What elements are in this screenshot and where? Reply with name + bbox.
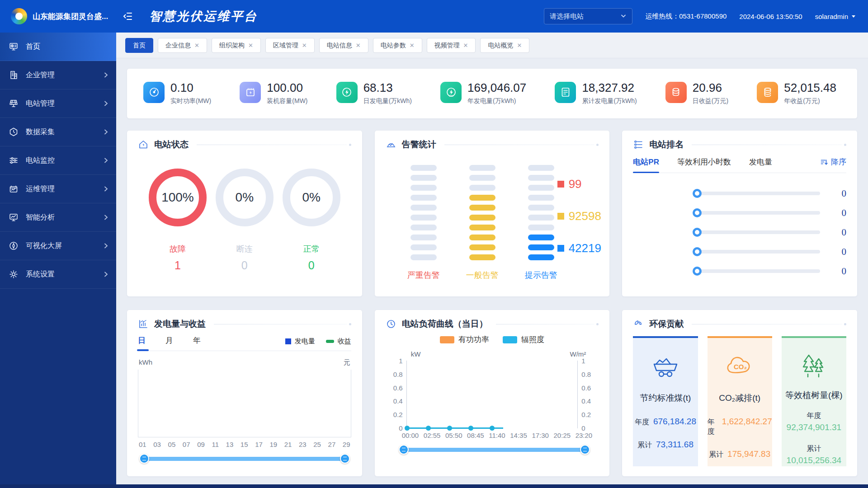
legend-item-有功功率[interactable]: 有功功率 [440, 334, 489, 345]
kpi-label: 累计发电量(万kWh) [582, 97, 637, 105]
tab-电站信息[interactable]: 电站信息✕ [319, 38, 368, 53]
legend-item-辐照度[interactable]: 辐照度 [503, 334, 544, 345]
kpi-value: 52,015.48 [784, 82, 836, 94]
alarm-pill [469, 205, 495, 211]
annual-value: 1,622,842.27 [722, 417, 772, 427]
chevron-right-icon [103, 72, 109, 78]
energy-range-slider[interactable] [144, 454, 345, 464]
energy-tab-年[interactable]: 年 [193, 335, 201, 351]
x-tick: 15 [241, 441, 248, 448]
sidebar-item-7[interactable]: 智能分析 [0, 203, 116, 232]
ranking-slider-knob[interactable] [693, 267, 702, 276]
status-count: 0 [241, 259, 248, 272]
alarm-count: 99 [569, 177, 582, 191]
sidebar-item-2[interactable]: 企业管理 [0, 61, 116, 89]
sidebar-item-6[interactable]: 运维管理 [0, 175, 116, 203]
ranking-slider-knob[interactable] [693, 208, 702, 217]
sidebar-item-label: 电站监控 [26, 156, 55, 165]
sidebar-item-5[interactable]: 电站监控 [0, 146, 116, 175]
legend-item-收益[interactable]: 收益 [326, 337, 351, 346]
dashboard-grid: 电站状态 100%故障10%断连00%正常0 告警统计 [127, 131, 857, 476]
kpi-text: 68.13日发电量(万kWh) [363, 82, 412, 105]
total-energy-icon [555, 82, 576, 103]
sidebar-item-3[interactable]: 电站管理 [0, 89, 116, 118]
y-tick: 0.2 [581, 411, 599, 418]
ranking-tab-电站PR[interactable]: 电站PR [633, 157, 659, 173]
user-menu[interactable]: solaradmin [815, 13, 856, 20]
kpi-strip: 0.10实时功率(MW)100.00装机容量(MW)68.13日发电量(万kWh… [127, 69, 857, 118]
sidebar-collapse-icon[interactable] [123, 11, 133, 21]
divider-dot [349, 144, 351, 146]
slider-handle-left[interactable] [139, 454, 149, 464]
sidebar-item-label: 电站管理 [26, 99, 55, 108]
tab-视频管理[interactable]: 视频管理✕ [427, 38, 476, 53]
y-tick: 0 [386, 424, 403, 432]
horizontal-scrollbar[interactable] [0, 484, 868, 488]
sidebar-item-label: 可视化大屏 [26, 241, 62, 251]
tab-企业信息[interactable]: 企业信息✕ [158, 38, 207, 53]
panel-alarm-stats: 告警统计 严重告警一般告警提示告警 999259842219 [375, 131, 610, 296]
x-tick: 07 [183, 441, 190, 448]
y-axis-right-unit: 元 [344, 358, 350, 367]
sidebar-item-4[interactable]: 数据采集 [0, 118, 116, 146]
legend-label: 收益 [338, 337, 351, 346]
ranking-slider-knob[interactable] [693, 189, 702, 198]
env-annual-row: 年度 676,184.28 [635, 417, 696, 427]
tab-close-icon[interactable]: ✕ [517, 42, 522, 49]
tab-电站概览[interactable]: 电站概览✕ [480, 38, 529, 53]
energy-tab-月[interactable]: 月 [165, 335, 173, 351]
energy-tab-日[interactable]: 日 [138, 335, 146, 351]
status-ring: 0% [216, 169, 274, 226]
load-plot-area [406, 361, 578, 428]
alarm-pill [469, 235, 495, 240]
ranking-tab-等效利用小时数[interactable]: 等效利用小时数 [677, 157, 731, 173]
co2-cloud-icon: CO₂ [724, 352, 755, 381]
slider-handle-right[interactable] [340, 454, 350, 464]
tab-close-icon[interactable]: ✕ [194, 42, 199, 49]
status-label: 故障 [170, 244, 186, 254]
alarm-pill [469, 195, 495, 201]
tab-组织架构[interactable]: 组织架构✕ [212, 38, 261, 53]
caret-down-icon [851, 14, 856, 19]
tab-close-icon[interactable]: ✕ [248, 42, 253, 49]
station-select[interactable]: 请选择电站 [544, 8, 632, 24]
station-status-body: 100%故障10%断连00%正常0 [138, 150, 351, 272]
alarm-pill [410, 195, 437, 201]
tab-电站参数[interactable]: 电站参数✕ [373, 38, 422, 53]
sidebar-item-9[interactable]: 系统设置 [0, 260, 116, 289]
energy-tabs-row: 日月年 发电量收益 [138, 335, 351, 351]
tab-label: 电站信息 [327, 42, 352, 50]
load-y-axis-right: 10.80.60.40.20 [578, 357, 599, 432]
energy-x-axis: 010305070911131517192123252729 [138, 441, 351, 448]
panel-title: 电站负荷曲线（当日） [402, 318, 488, 330]
tab-close-icon[interactable]: ✕ [356, 42, 361, 49]
legend-item-发电量[interactable]: 发电量 [285, 337, 315, 346]
ranking-list-icon [633, 139, 644, 150]
ranking-slider-knob[interactable] [693, 228, 702, 237]
alarm-pill [469, 165, 495, 171]
tab-close-icon[interactable]: ✕ [410, 42, 415, 49]
sort-descending-button[interactable]: 降序 [820, 157, 846, 173]
tab-首页[interactable]: 首页 [125, 38, 153, 53]
divider [692, 145, 842, 145]
status-item-断连: 0%断连0 [216, 169, 274, 272]
load-range-slider[interactable] [404, 445, 585, 455]
tab-区域管理[interactable]: 区域管理✕ [265, 38, 315, 53]
slider-handle-left[interactable] [399, 445, 409, 455]
alarm-count: 92598 [569, 209, 601, 223]
tab-close-icon[interactable]: ✕ [463, 42, 468, 49]
env-card-trees: 等效植树量(棵) 年度 92,374,901.31 累计 10,015,256.… [782, 336, 846, 466]
y-axis-left-unit: kWh [139, 358, 152, 367]
tab-close-icon[interactable]: ✕ [302, 42, 307, 49]
top-header: 山东能源集团灵台盛... 智慧光伏运维平台 请选择电站 运维热线：0531-67… [0, 0, 868, 33]
sidebar-item-8[interactable]: 可视化大屏 [0, 232, 116, 260]
sort-descending-icon [820, 158, 828, 166]
sidebar-item-1[interactable]: 首页 [0, 33, 116, 61]
ranking-slider-knob[interactable] [693, 247, 702, 256]
slider-handle-right[interactable] [580, 445, 590, 455]
analysis-icon [8, 212, 19, 223]
slider-track[interactable] [404, 448, 585, 452]
ranking-tab-发电量[interactable]: 发电量 [749, 157, 772, 173]
irradiance-line [407, 427, 503, 429]
slider-track[interactable] [144, 457, 345, 461]
